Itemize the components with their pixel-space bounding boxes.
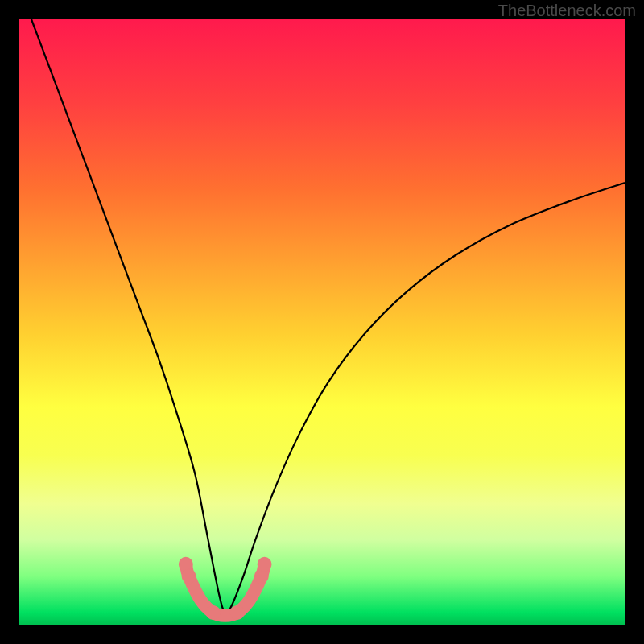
marker-bead (206, 605, 221, 620)
marker-band-group (179, 557, 272, 620)
marker-bead (258, 557, 272, 572)
chart-plot-area (19, 19, 625, 625)
marker-bead (179, 557, 193, 572)
marker-bead (230, 605, 245, 620)
attribution-text: TheBottleneck.com (498, 2, 636, 20)
marker-band-path (186, 564, 265, 616)
bottleneck-curve-svg (19, 19, 625, 625)
marker-bead (182, 569, 196, 584)
marker-bead (254, 569, 269, 584)
bottleneck-curve-path (31, 19, 625, 613)
